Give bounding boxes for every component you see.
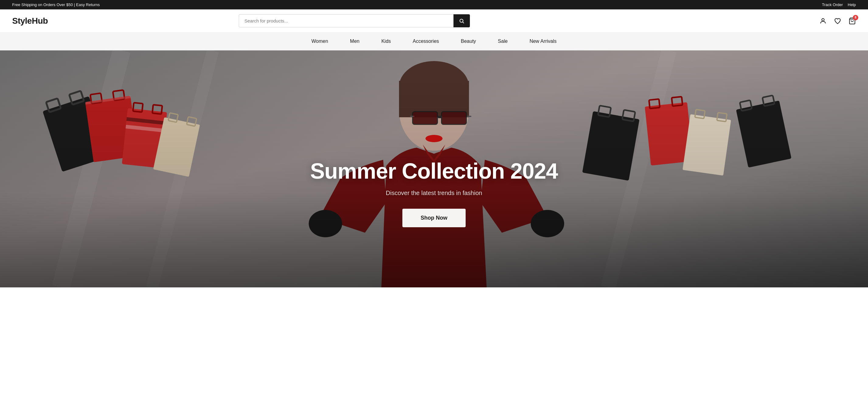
search-container (239, 14, 470, 27)
svg-line-1 (463, 22, 464, 23)
help-link[interactable]: Help (848, 2, 856, 7)
hero-subtitle: Discover the latest trends in fashion (386, 190, 483, 197)
logo[interactable]: StyleHub (12, 16, 61, 26)
heart-icon (834, 17, 841, 25)
announcement-message: Free Shipping on Orders Over $50 | Easy … (12, 2, 100, 7)
nav-items: Women Men Kids Accessories Beauty Sale N… (301, 33, 567, 50)
track-order-link[interactable]: Track Order (822, 2, 843, 7)
sidebar-item-accessories[interactable]: Accessories (402, 33, 450, 50)
sidebar-item-kids[interactable]: Kids (370, 33, 402, 50)
hero-title: Summer Collection 2024 (310, 159, 558, 183)
cart-badge: 8 (853, 15, 858, 20)
person-icon (819, 17, 827, 25)
navigation: Women Men Kids Accessories Beauty Sale N… (0, 33, 868, 51)
header: StyleHub 8 (0, 9, 868, 33)
header-icons: 8 (819, 17, 856, 25)
sidebar-item-sale[interactable]: Sale (487, 33, 519, 50)
announcement-links: Track Order Help (822, 2, 856, 7)
search-icon (459, 18, 464, 24)
cart-icon-button[interactable]: 8 (848, 17, 856, 25)
account-icon-button[interactable] (819, 17, 827, 25)
svg-point-2 (822, 19, 824, 21)
search-button[interactable] (454, 14, 470, 27)
sidebar-item-beauty[interactable]: Beauty (450, 33, 487, 50)
search-input[interactable] (239, 14, 454, 27)
wishlist-icon-button[interactable] (834, 17, 841, 25)
announcement-bar: Free Shipping on Orders Over $50 | Easy … (0, 0, 868, 9)
svg-point-0 (460, 19, 463, 23)
sidebar-item-new-arrivals[interactable]: New Arrivals (519, 33, 567, 50)
sidebar-item-women[interactable]: Women (301, 33, 339, 50)
shop-now-button[interactable]: Shop Now (402, 209, 466, 227)
sidebar-item-men[interactable]: Men (339, 33, 370, 50)
hero-section: Summer Collection 2024 Discover the late… (0, 51, 868, 288)
hero-content: Summer Collection 2024 Discover the late… (0, 51, 868, 288)
